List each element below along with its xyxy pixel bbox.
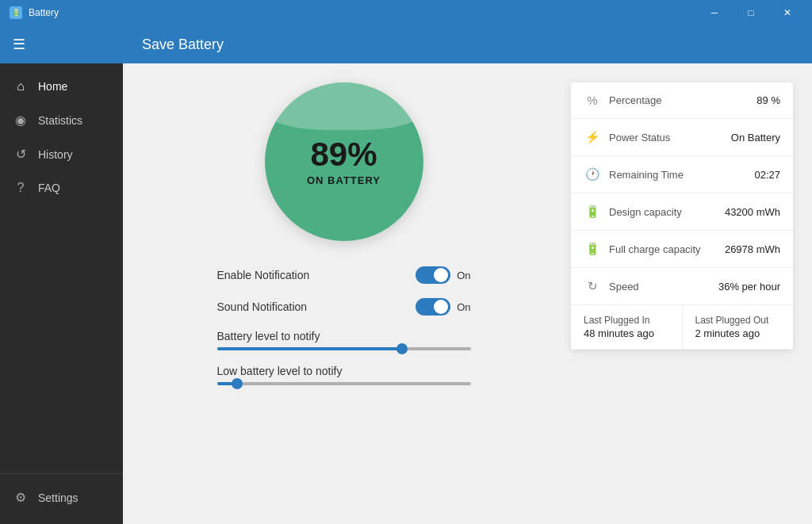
- speed-icon: ↻: [584, 279, 601, 293]
- enable-notification-label: Enable Notification: [217, 269, 310, 281]
- enable-notification-toggle[interactable]: [416, 266, 450, 284]
- titlebar-left: 🔋 Battery: [10, 6, 59, 19]
- battery-level-slider-track[interactable]: [217, 347, 471, 350]
- sound-notification-row: Sound Notification On: [217, 298, 471, 316]
- sidebar-item-history-label: History: [38, 148, 73, 161]
- sidebar-item-settings-label: Settings: [38, 491, 79, 504]
- sound-notification-value: On: [457, 301, 470, 313]
- sidebar-footer: ⚙ Settings: [0, 473, 123, 524]
- battery-level-slider-thumb: [396, 343, 408, 354]
- left-panel: 89% ON BATTERY Enable Notification On So…: [142, 82, 546, 505]
- power-status-stat-row: ⚡ Power Status On Battery: [571, 119, 793, 156]
- main-content: Save Battery 89% ON BATTERY Enable Notif…: [123, 25, 812, 524]
- main-header: Save Battery: [123, 25, 812, 63]
- home-icon: ⌂: [13, 79, 29, 94]
- app-body: ☰ ⌂ Home ◉ Statistics ↺ History ? FAQ ⚙: [0, 25, 812, 524]
- battery-level-label: Battery level to notify: [217, 330, 471, 342]
- app-icon: 🔋: [10, 6, 22, 19]
- sound-notification-label: Sound Notification: [217, 300, 308, 313]
- remaining-time-stat-row: 🕐 Remaining Time 02:27: [571, 156, 793, 193]
- battery-level-slider-fill: [217, 347, 403, 350]
- controls: Enable Notification On Sound Notificatio…: [217, 266, 471, 385]
- sidebar-item-home[interactable]: ⌂ Home: [0, 70, 123, 103]
- full-charge-stat-value: 26978 mWh: [725, 243, 780, 255]
- history-icon: ↺: [13, 147, 29, 162]
- battery-percentage: 89%: [310, 138, 377, 171]
- power-status-icon: ⚡: [584, 130, 601, 144]
- stats-panel: % Percentage 89 % ⚡ Power Status On Batt…: [571, 82, 793, 350]
- low-battery-level-label: Low battery level to notify: [217, 365, 471, 377]
- sidebar-item-faq[interactable]: ? FAQ: [0, 171, 123, 205]
- design-capacity-icon: 🔋: [584, 205, 601, 219]
- design-capacity-stat-row: 🔋 Design capacity 43200 mWh: [571, 193, 793, 231]
- low-battery-level-slider-section: Low battery level to notify: [217, 365, 471, 385]
- faq-icon: ?: [13, 181, 29, 195]
- battery-circle-container: 89% ON BATTERY: [265, 82, 423, 241]
- sidebar-item-faq-label: FAQ: [38, 182, 60, 194]
- minimize-button[interactable]: ─: [696, 0, 733, 25]
- power-status-stat-value: On Battery: [731, 132, 780, 143]
- power-status-stat-label: Power Status: [609, 132, 723, 143]
- settings-icon: ⚙: [13, 490, 29, 505]
- enable-notification-value: On: [457, 270, 470, 281]
- battery-circle: 89% ON BATTERY: [265, 82, 423, 241]
- design-capacity-stat-value: 43200 mWh: [725, 206, 780, 218]
- sidebar-nav: ⌂ Home ◉ Statistics ↺ History ? FAQ: [0, 63, 123, 473]
- percentage-stat-value: 89 %: [756, 94, 780, 106]
- last-plugged-in-value: 48 minutes ago: [584, 327, 669, 339]
- sidebar: ☰ ⌂ Home ◉ Statistics ↺ History ? FAQ ⚙: [0, 25, 123, 524]
- page-title: Save Battery: [142, 36, 224, 53]
- close-button[interactable]: ✕: [769, 0, 806, 25]
- full-charge-icon: 🔋: [584, 242, 601, 256]
- sidebar-item-statistics[interactable]: ◉ Statistics: [0, 103, 123, 137]
- full-charge-stat-label: Full charge capacity: [609, 243, 717, 255]
- speed-stat-label: Speed: [609, 281, 710, 293]
- window-controls: ─ □ ✕: [696, 0, 806, 25]
- titlebar: 🔋 Battery ─ □ ✕: [0, 0, 812, 25]
- last-plugged-in-cell: Last Plugged In 48 minutes ago: [571, 305, 683, 349]
- main-body: 89% ON BATTERY Enable Notification On So…: [123, 63, 812, 524]
- titlebar-app-name: Battery: [29, 7, 59, 18]
- maximize-button[interactable]: □: [733, 0, 769, 25]
- percentage-stat-row: % Percentage 89 %: [571, 82, 793, 119]
- percentage-stat-label: Percentage: [609, 94, 749, 106]
- last-plugged-out-title: Last Plugged Out: [695, 315, 781, 326]
- last-plugged-in-title: Last Plugged In: [584, 315, 669, 326]
- sidebar-header: ☰: [0, 25, 123, 63]
- hamburger-icon[interactable]: ☰: [13, 36, 25, 53]
- speed-stat-value: 36% per hour: [718, 281, 780, 293]
- full-charge-stat-row: 🔋 Full charge capacity 26978 mWh: [571, 231, 793, 268]
- sidebar-item-home-label: Home: [38, 80, 67, 93]
- plugged-row: Last Plugged In 48 minutes ago Last Plug…: [571, 305, 793, 350]
- sound-notification-toggle[interactable]: [416, 298, 450, 316]
- sidebar-item-settings[interactable]: ⚙ Settings: [0, 480, 123, 514]
- remaining-time-stat-label: Remaining Time: [609, 169, 746, 181]
- sound-notification-toggle-group: On: [416, 298, 470, 316]
- percentage-icon: %: [584, 94, 601, 107]
- sidebar-item-history[interactable]: ↺ History: [0, 137, 123, 171]
- statistics-icon: ◉: [13, 113, 29, 128]
- battery-status-label: ON BATTERY: [307, 174, 381, 186]
- enable-notification-toggle-group: On: [416, 266, 470, 284]
- enable-notification-row: Enable Notification On: [217, 266, 471, 284]
- sidebar-item-statistics-label: Statistics: [38, 114, 82, 127]
- battery-level-slider-section: Battery level to notify: [217, 330, 471, 350]
- remaining-time-stat-value: 02:27: [754, 169, 780, 181]
- last-plugged-out-value: 2 minutes ago: [695, 327, 781, 339]
- low-battery-level-slider-track[interactable]: [217, 382, 471, 385]
- low-battery-level-slider-thumb: [232, 378, 243, 389]
- last-plugged-out-cell: Last Plugged Out 2 minutes ago: [683, 305, 794, 349]
- design-capacity-stat-label: Design capacity: [609, 206, 717, 218]
- speed-stat-row: ↻ Speed 36% per hour: [571, 268, 793, 305]
- remaining-time-icon: 🕐: [584, 167, 601, 182]
